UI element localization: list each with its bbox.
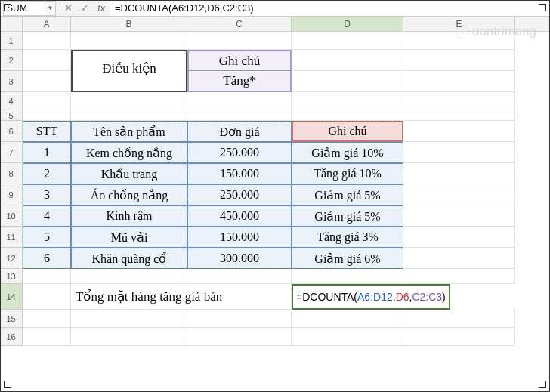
cell[interactable] (292, 92, 403, 110)
cell[interactable] (403, 205, 515, 227)
table-cell[interactable]: 1 (23, 142, 71, 163)
table-cell[interactable]: 5 (23, 227, 71, 248)
formula-cell-d14[interactable]: =DCOUNTA(A6:D12,D6,C2:C3) (292, 284, 450, 310)
row-header-1[interactable]: 1 (0, 32, 23, 50)
cell[interactable] (71, 310, 187, 328)
cell[interactable] (23, 310, 71, 328)
table-cell[interactable]: Khẩu trang (71, 163, 187, 184)
cell[interactable] (403, 269, 515, 284)
cell[interactable] (292, 310, 403, 328)
table-cell[interactable]: Kính râm (71, 205, 187, 227)
table-cell[interactable]: 4 (23, 205, 71, 227)
cell[interactable] (23, 328, 71, 346)
cell[interactable] (187, 92, 292, 110)
cell[interactable] (292, 328, 403, 346)
table-cell[interactable]: 250.000 (187, 142, 292, 163)
criteria-value[interactable]: Tăng* (187, 71, 292, 92)
row-header-6[interactable]: 6 (0, 121, 23, 142)
cell[interactable] (403, 110, 515, 121)
row-header-9[interactable]: 9 (0, 184, 23, 205)
cell[interactable] (71, 92, 187, 110)
cell[interactable] (403, 310, 515, 328)
name-box[interactable]: SUM (3, 1, 45, 16)
row-header-13[interactable]: 13 (0, 269, 23, 284)
cell[interactable] (187, 328, 292, 346)
cell[interactable] (403, 50, 515, 71)
table-cell[interactable]: 300.000 (187, 248, 292, 269)
row-header-12[interactable]: 12 (0, 248, 23, 269)
table-cell[interactable]: 3 (23, 184, 71, 205)
table-cell[interactable]: Giảm giá 5% (292, 184, 403, 205)
cell[interactable] (403, 121, 515, 142)
cell[interactable] (71, 269, 187, 284)
table-header[interactable]: Đơn giá (187, 121, 292, 142)
confirm-icon[interactable]: ✓ (77, 2, 92, 15)
row-header-7[interactable]: 7 (0, 142, 23, 163)
cell[interactable] (23, 71, 71, 92)
col-header-E[interactable]: E (403, 17, 515, 31)
col-header-D[interactable]: D (292, 17, 403, 31)
summary-label[interactable]: Tổng mặt hàng tăng giá bán (71, 284, 292, 310)
row-header-8[interactable]: 8 (0, 163, 23, 184)
cell[interactable] (187, 269, 292, 284)
cell[interactable] (23, 284, 71, 310)
select-all-corner[interactable] (0, 17, 23, 31)
table-cell[interactable]: 250.000 (187, 184, 292, 205)
cell[interactable] (292, 269, 403, 284)
cell[interactable] (187, 32, 292, 50)
cell[interactable] (23, 110, 71, 121)
cell[interactable] (403, 184, 515, 205)
cell[interactable] (403, 248, 515, 269)
cell[interactable] (23, 269, 71, 284)
table-cell[interactable]: 150.000 (187, 227, 292, 248)
cell[interactable] (403, 32, 515, 50)
col-header-C[interactable]: C (187, 17, 292, 31)
cell[interactable] (292, 32, 403, 50)
row-header-2[interactable]: 2 (0, 50, 23, 71)
table-cell[interactable]: Áo chống nắng (71, 184, 187, 205)
row-header-11[interactable]: 11 (0, 227, 23, 248)
table-cell[interactable]: 2 (23, 163, 71, 184)
table-cell[interactable]: 6 (23, 248, 71, 269)
cell[interactable] (403, 227, 515, 248)
criteria-header[interactable]: Ghi chú (187, 50, 292, 71)
fx-icon[interactable]: fx (94, 2, 109, 15)
cell[interactable] (23, 32, 71, 50)
row-header-3[interactable]: 3 (0, 71, 23, 92)
cancel-icon[interactable]: ✕ (60, 2, 76, 15)
row-header-14[interactable]: 14 (0, 284, 23, 310)
cell[interactable] (403, 71, 515, 92)
table-cell[interactable]: Giảm giá 10% (292, 142, 403, 163)
row-header-5[interactable]: 5 (0, 110, 23, 121)
cell[interactable] (187, 110, 292, 121)
table-cell[interactable]: 450.000 (187, 205, 292, 227)
cell[interactable] (292, 110, 403, 121)
row-header-15[interactable]: 15 (0, 310, 23, 328)
table-cell[interactable]: Tăng giá 10% (292, 163, 403, 184)
cell[interactable] (403, 328, 515, 346)
cell[interactable] (292, 50, 403, 71)
table-cell[interactable]: Giảm giá 6% (292, 248, 403, 269)
table-header-ghichu[interactable]: Ghi chú (292, 121, 403, 142)
table-cell[interactable]: Giảm giá 5% (292, 205, 403, 227)
table-cell[interactable]: 150.000 (187, 163, 292, 184)
cell[interactable] (403, 142, 515, 163)
criteria-label-merged[interactable]: Điều kiện (71, 71, 187, 92)
table-cell[interactable]: Mũ vải (71, 227, 187, 248)
cell[interactable] (71, 110, 187, 121)
formula-bar-input[interactable] (110, 1, 550, 16)
table-cell[interactable]: Kem chống nắng (71, 142, 187, 163)
row-header-4[interactable]: 4 (0, 92, 23, 110)
cell[interactable] (23, 50, 71, 71)
cell[interactable] (403, 163, 515, 184)
cell[interactable] (403, 92, 515, 110)
cell[interactable] (23, 92, 71, 110)
cell[interactable] (71, 32, 187, 50)
cell[interactable] (292, 71, 403, 92)
table-header[interactable]: STT (23, 121, 71, 142)
name-box-dropdown[interactable]: ▼ (45, 1, 56, 16)
table-cell[interactable]: Tăng giá 3% (292, 227, 403, 248)
col-header-B[interactable]: B (71, 17, 187, 31)
row-header-16[interactable]: 16 (0, 328, 23, 346)
cell[interactable] (187, 310, 292, 328)
